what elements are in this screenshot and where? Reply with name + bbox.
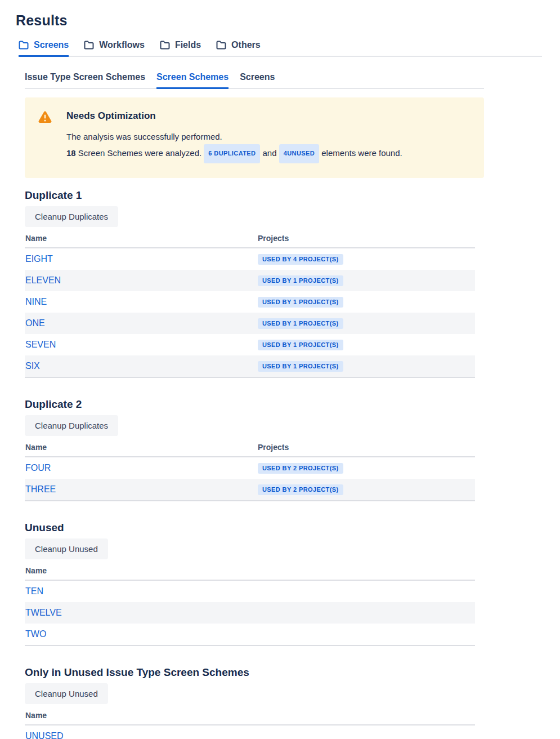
table-rows: EIGHT USED BY 4 PROJECT(S) ELEVEN USED B… — [25, 248, 475, 378]
sub-tab-bar: Issue Type Screen Schemes Screen Schemes… — [25, 72, 484, 89]
table-row: ELEVEN USED BY 1 PROJECT(S) — [25, 270, 475, 291]
section-title: Duplicate 2 — [25, 398, 475, 411]
projects-cell: USED BY 1 PROJECT(S) — [258, 361, 343, 372]
projects-cell: USED BY 1 PROJECT(S) — [258, 318, 343, 329]
used-by-badge: USED BY 1 PROJECT(S) — [258, 275, 343, 286]
name-cell: ELEVEN — [25, 275, 258, 286]
cleanup-button[interactable]: Cleanup Duplicates — [25, 415, 118, 436]
table-row: EIGHT USED BY 4 PROJECT(S) — [25, 248, 475, 270]
section-title: Unused — [25, 522, 475, 534]
folder-icon — [19, 41, 29, 50]
name-cell: ONE — [25, 318, 258, 328]
scheme-name-link[interactable]: EIGHT — [25, 254, 53, 264]
scheme-name-link[interactable]: ONE — [25, 318, 45, 328]
tab-label: Fields — [175, 40, 201, 50]
tab-label: Others — [231, 40, 261, 50]
section-unused: Unused Cleanup Unused Name TEN TWELVE TW… — [25, 522, 475, 646]
tab-screens[interactable]: Screens — [19, 40, 69, 57]
main-tab-bar: Screens Workflows Fields Others — [19, 40, 542, 57]
scheme-name-link[interactable]: TEN — [25, 586, 43, 596]
name-cell: TWELVE — [25, 608, 258, 618]
cleanup-button[interactable]: Cleanup Unused — [25, 538, 108, 559]
table-row: TWELVE — [25, 602, 475, 624]
cleanup-button[interactable]: Cleanup Duplicates — [25, 206, 118, 227]
name-cell: SIX — [25, 361, 258, 371]
used-by-badge: USED BY 1 PROJECT(S) — [258, 297, 343, 308]
scheme-name-link[interactable]: NINE — [25, 297, 47, 306]
table-row: NINE USED BY 1 PROJECT(S) — [25, 291, 475, 313]
folder-icon — [84, 41, 94, 50]
subtab-screen-schemes[interactable]: Screen Schemes — [156, 72, 229, 89]
unused-badge: 4UNUSED — [279, 144, 319, 163]
table-row: FOUR USED BY 2 PROJECT(S) — [25, 457, 475, 479]
name-cell: TWO — [25, 629, 258, 639]
duplicated-badge: 6 DUPLICATED — [204, 144, 260, 163]
table-rows: FOUR USED BY 2 PROJECT(S) THREE USED BY … — [25, 457, 475, 501]
table-header: Name — [25, 711, 475, 725]
table-row: TEN — [25, 581, 475, 602]
table-row: SEVEN USED BY 1 PROJECT(S) — [25, 334, 475, 355]
scheme-name-link[interactable]: SIX — [25, 361, 40, 371]
alert-title: Needs Optimization — [66, 110, 402, 122]
projects-cell: USED BY 4 PROJECT(S) — [258, 254, 343, 265]
alert-line-2: 18 Screen Schemes were analyzed. 6 DUPLI… — [66, 144, 402, 163]
table-row: THREE USED BY 2 PROJECT(S) — [25, 479, 475, 500]
column-header-name: Name — [25, 443, 258, 452]
name-cell: THREE — [25, 484, 258, 495]
projects-cell: USED BY 1 PROJECT(S) — [258, 275, 343, 286]
table-rows: UNUSED — [25, 725, 475, 739]
name-cell: EIGHT — [25, 254, 258, 264]
subtab-issue-type-screen-schemes[interactable]: Issue Type Screen Schemes — [25, 72, 145, 89]
projects-cell: USED BY 1 PROJECT(S) — [258, 297, 343, 308]
alert-line-1: The analysis was successfully performed. — [66, 129, 402, 144]
scheme-name-link[interactable]: THREE — [25, 484, 56, 494]
alert-text: elements were found. — [319, 148, 402, 158]
used-by-badge: USED BY 2 PROJECT(S) — [258, 463, 343, 474]
tab-label: Workflows — [99, 40, 145, 50]
scheme-name-link[interactable]: ELEVEN — [25, 275, 61, 285]
scheme-name-link[interactable]: FOUR — [25, 463, 51, 473]
results-page: Results Screens Workflows Fields — [0, 0, 560, 739]
used-by-badge: USED BY 1 PROJECT(S) — [258, 361, 343, 372]
used-by-badge: USED BY 1 PROJECT(S) — [258, 318, 343, 329]
name-cell: SEVEN — [25, 340, 258, 350]
tab-label: Screens — [34, 40, 69, 50]
alert-text: Screen Schemes were analyzed. — [76, 148, 204, 158]
name-cell: UNUSED — [25, 731, 258, 739]
table-row: TWO — [25, 624, 475, 645]
column-header-projects: Projects — [258, 443, 289, 452]
section-title: Duplicate 1 — [25, 189, 475, 202]
scheme-name-link[interactable]: SEVEN — [25, 340, 56, 349]
projects-cell: USED BY 2 PROJECT(S) — [258, 463, 343, 474]
section-duplicate-2: Duplicate 2 Cleanup Duplicates Name Proj… — [25, 398, 475, 501]
folder-icon — [216, 41, 226, 50]
page-title: Results — [16, 12, 560, 29]
tab-fields[interactable]: Fields — [160, 40, 201, 57]
table-row: ONE USED BY 1 PROJECT(S) — [25, 313, 475, 334]
folder-icon — [160, 41, 170, 50]
table-row: SIX USED BY 1 PROJECT(S) — [25, 355, 475, 377]
cleanup-button[interactable]: Cleanup Unused — [25, 683, 108, 704]
tab-workflows[interactable]: Workflows — [84, 40, 145, 57]
result-sections: Duplicate 1 Cleanup Duplicates Name Proj… — [25, 178, 475, 739]
alert-text: and — [260, 148, 279, 158]
section-only-in-unused-issue-type-screen-schemes: Only in Unused Issue Type Screen Schemes… — [25, 666, 475, 739]
projects-cell: USED BY 2 PROJECT(S) — [258, 484, 343, 495]
used-by-badge: USED BY 2 PROJECT(S) — [258, 484, 343, 495]
needs-optimization-banner: Needs Optimization The analysis was succ… — [25, 97, 484, 178]
scheme-name-link[interactable]: UNUSED — [25, 731, 64, 739]
tab-others[interactable]: Others — [216, 40, 261, 57]
column-header-projects: Projects — [258, 234, 289, 243]
column-header-name: Name — [25, 711, 258, 720]
table-header: Name — [25, 566, 475, 581]
table-row: UNUSED — [25, 725, 475, 739]
name-cell: TEN — [25, 586, 258, 596]
subtab-screens[interactable]: Screens — [240, 72, 275, 89]
used-by-badge: USED BY 1 PROJECT(S) — [258, 340, 343, 350]
scheme-name-link[interactable]: TWO — [25, 629, 46, 639]
column-header-name: Name — [25, 234, 258, 243]
projects-cell: USED BY 1 PROJECT(S) — [258, 340, 343, 350]
used-by-badge: USED BY 4 PROJECT(S) — [258, 254, 343, 265]
scheme-name-link[interactable]: TWELVE — [25, 608, 62, 617]
name-cell: FOUR — [25, 463, 258, 473]
